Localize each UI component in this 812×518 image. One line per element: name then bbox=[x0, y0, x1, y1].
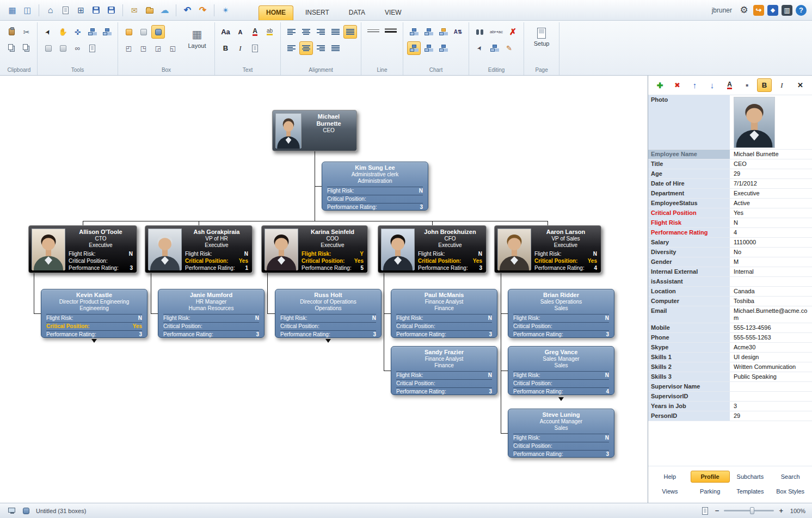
font-color-icon[interactable]: A bbox=[248, 25, 262, 39]
expand-subordinates-marker[interactable] bbox=[558, 397, 564, 401]
panel-tab-parking[interactable]: Parking bbox=[691, 485, 730, 497]
profile-field-value[interactable]: 29 bbox=[731, 169, 812, 178]
distribute-icon[interactable] bbox=[329, 41, 342, 55]
line-style-icon[interactable] bbox=[365, 25, 382, 39]
paste-icon[interactable] bbox=[5, 25, 19, 39]
fit-page-icon[interactable] bbox=[700, 506, 710, 516]
box-remove-icon[interactable] bbox=[56, 41, 70, 55]
save-as-icon[interactable] bbox=[104, 3, 118, 17]
line-weight-icon[interactable] bbox=[383, 25, 399, 39]
chart-style-classic-icon[interactable] bbox=[407, 41, 421, 55]
profile-field-value[interactable]: N bbox=[731, 218, 812, 227]
home-icon[interactable]: ⌂ bbox=[44, 3, 57, 17]
panel-tab-subcharts[interactable]: Subcharts bbox=[731, 471, 770, 483]
italic-icon[interactable]: I bbox=[233, 41, 247, 55]
profile-field-value[interactable] bbox=[731, 392, 812, 401]
valign-bottom-icon[interactable] bbox=[314, 41, 328, 55]
move-up-icon[interactable]: ↑ bbox=[687, 78, 702, 92]
org-subchart-icon[interactable] bbox=[100, 25, 114, 39]
profile-field-value[interactable]: Acme30 bbox=[731, 343, 812, 352]
panels-icon[interactable]: ▥ bbox=[782, 5, 792, 16]
settings-gear-icon[interactable]: ⚙ bbox=[738, 4, 750, 16]
tab-view[interactable]: VIEW bbox=[377, 5, 409, 20]
profile-field-value[interactable]: Michael Burnette bbox=[731, 150, 812, 159]
chart-style-modern-icon[interactable] bbox=[422, 41, 435, 55]
expand-subordinates-marker[interactable] bbox=[91, 339, 97, 343]
font-size-icon[interactable]: A bbox=[233, 25, 247, 39]
box-style-plain-icon[interactable] bbox=[137, 25, 150, 39]
profile-field-value[interactable]: 29 bbox=[731, 411, 812, 421]
org-box-kevin[interactable]: Kevin KastleDirector Product Engineering… bbox=[41, 289, 147, 338]
layout-button[interactable]: ▦Layout bbox=[183, 24, 211, 51]
format-painter-icon[interactable]: ✎ bbox=[502, 41, 516, 55]
org-box-ash[interactable]: Ash GorakpiraiaVP of HRExecutiveFlight R… bbox=[145, 225, 253, 273]
org-box-brian[interactable]: Brian RidderSales OperationsSalesFlight … bbox=[508, 289, 614, 338]
org-box-paul[interactable]: Paul McManisFinance AnalystFinanceFlight… bbox=[391, 289, 497, 338]
org-box-russ[interactable]: Russ HoltDirecotor of OperationsOperatio… bbox=[275, 289, 382, 338]
photo-board-icon[interactable]: ◫ bbox=[21, 3, 34, 17]
move-down-icon[interactable]: ↓ bbox=[705, 78, 719, 92]
tab-home[interactable]: HOME bbox=[259, 5, 293, 20]
highlight-icon[interactable]: ▪ bbox=[740, 78, 754, 92]
replace-icon[interactable]: ab↦ac bbox=[488, 25, 505, 39]
box-border-icon[interactable]: ◱ bbox=[166, 41, 180, 55]
select-tool-icon[interactable]: ➤ bbox=[41, 25, 55, 39]
profile-field-value[interactable]: UI design bbox=[731, 353, 812, 362]
premium-icon[interactable]: ◆ bbox=[767, 5, 778, 16]
corner-rounded-icon[interactable]: ◳ bbox=[137, 41, 150, 55]
org-box-steve[interactable]: Steve LuningAccount ManagerSalesFlight R… bbox=[508, 409, 614, 458]
text-fields-icon[interactable] bbox=[248, 41, 262, 55]
note-tool-icon[interactable] bbox=[85, 41, 99, 55]
corner-cut-icon[interactable]: ◲ bbox=[151, 41, 165, 55]
link-tool-icon[interactable]: ∞ bbox=[71, 41, 84, 55]
org-box-john[interactable]: John BroekhuizenCFOExecutiveFlight Risk:… bbox=[378, 225, 487, 273]
wrap-text-icon[interactable] bbox=[343, 25, 357, 39]
profile-field-value[interactable]: Yes bbox=[731, 208, 812, 218]
profile-field-value[interactable]: 555-123-4596 bbox=[731, 323, 812, 332]
duplicate-icon[interactable] bbox=[20, 41, 33, 55]
italic-icon[interactable]: I bbox=[774, 78, 789, 92]
org-box-janie[interactable]: Janie MumfordHR ManagerHuman ResourcesFl… bbox=[158, 289, 264, 338]
pan-tool-icon[interactable]: ✋ bbox=[56, 25, 70, 39]
valign-top-icon[interactable] bbox=[285, 41, 298, 55]
org-box-aaron[interactable]: Aaron LarsonVP of SalesExecutiveFlight R… bbox=[494, 225, 601, 273]
new-document-icon[interactable] bbox=[59, 3, 72, 17]
profile-field-value[interactable]: Executive bbox=[731, 189, 812, 198]
new-from-template-icon[interactable]: ⊞ bbox=[74, 3, 88, 17]
align-center-icon[interactable] bbox=[299, 25, 313, 39]
move-tool-icon[interactable]: ✜ bbox=[71, 25, 84, 39]
profile-field-value[interactable] bbox=[731, 277, 812, 286]
find-icon[interactable] bbox=[473, 25, 487, 39]
copy-icon[interactable] bbox=[5, 41, 19, 55]
box-grid-icon[interactable] bbox=[41, 41, 55, 55]
zoom-slider[interactable] bbox=[724, 510, 774, 511]
zoom-out-button[interactable]: − bbox=[715, 507, 719, 515]
org-box-sandy[interactable]: Sandy FrazierFinance AnalystFinanceFligh… bbox=[391, 346, 497, 395]
profile-field-value[interactable]: 4 bbox=[731, 228, 812, 237]
profile-field-value[interactable]: Canada bbox=[731, 287, 812, 296]
org-box-karina[interactable]: Karina SeinfeldCOOExecutiveFlight Risk:Y… bbox=[261, 225, 368, 273]
align-justify-icon[interactable] bbox=[329, 25, 342, 39]
tab-insert[interactable]: INSERT bbox=[298, 5, 337, 20]
delete-box-icon[interactable]: ✗ bbox=[506, 25, 520, 39]
valign-middle-icon[interactable] bbox=[299, 41, 313, 55]
org-box-allison[interactable]: Allison O'TooleCTOExecutiveFlight Risk:N… bbox=[28, 225, 137, 273]
org-box-greg[interactable]: Greg VanceSales ManagerSalesFlight Risk:… bbox=[508, 346, 614, 395]
page-setup-button[interactable]: Setup bbox=[528, 24, 555, 49]
panel-tab-help[interactable]: Help bbox=[650, 471, 690, 483]
profile-field-value[interactable]: No bbox=[731, 248, 812, 257]
save-icon[interactable] bbox=[89, 3, 103, 17]
profile-field-value[interactable]: 1110000 bbox=[731, 238, 812, 247]
profile-field-value[interactable]: Public Speaking bbox=[731, 372, 812, 381]
new-chart-wizard-icon[interactable]: ▦ bbox=[5, 3, 19, 17]
layout-tree-icon[interactable] bbox=[407, 25, 421, 39]
panel-tab-box-styles[interactable]: Box Styles bbox=[771, 485, 810, 497]
delete-field-icon[interactable]: ✖ bbox=[670, 78, 685, 92]
open-folder-icon[interactable] bbox=[143, 3, 156, 17]
redo-icon[interactable]: ↷ bbox=[196, 3, 210, 17]
profile-field-value[interactable]: 7/1/2012 bbox=[731, 179, 812, 188]
corner-square-icon[interactable]: ◰ bbox=[122, 41, 136, 55]
org-insert-icon[interactable] bbox=[85, 25, 99, 39]
help-online-icon[interactable]: ✴ bbox=[219, 3, 232, 17]
font-name-icon[interactable]: Aa bbox=[219, 25, 232, 39]
